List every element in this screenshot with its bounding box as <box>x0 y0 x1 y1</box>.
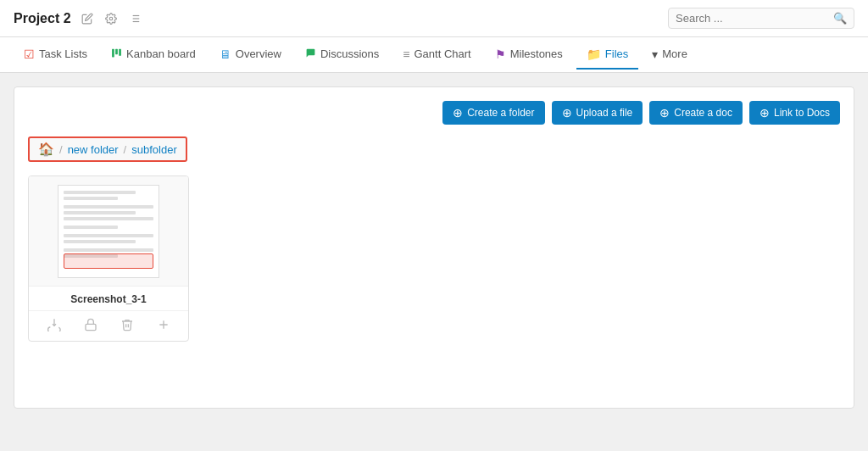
file-delete-icon[interactable] <box>117 316 137 336</box>
kanban-icon <box>111 47 122 61</box>
thumb-red-highlight <box>64 253 153 269</box>
tab-discussions[interactable]: Discussions <box>295 41 389 70</box>
link-to-docs-label: Link to Docs <box>774 107 830 119</box>
breadcrumb-sep-1: / <box>59 143 63 156</box>
project-title: Project 2 <box>14 11 71 26</box>
file-actions <box>29 310 188 341</box>
more-icon: ▾ <box>652 47 658 61</box>
link-docs-plus-icon: ⊕ <box>760 107 770 119</box>
gantt-icon: ≡ <box>403 47 409 61</box>
search-area[interactable]: 🔍 <box>668 8 854 29</box>
tab-files-label: Files <box>605 47 628 60</box>
file-grid: Screenshot_3-1 <box>28 175 840 342</box>
file-lock-icon[interactable] <box>81 316 101 336</box>
main-content: ⊕ Create a folder ⊕ Upload a file ⊕ Crea… <box>0 73 868 422</box>
tab-gantt-chart[interactable]: ≡ Gantt Chart <box>392 41 481 70</box>
thumb-line-5 <box>64 217 153 220</box>
tab-files[interactable]: 📁 Files <box>576 41 638 70</box>
search-icon: 🔍 <box>833 12 847 25</box>
top-bar-icons <box>78 9 144 28</box>
tab-kanban-label: Kanban board <box>126 47 196 60</box>
file-thumbnail-inner <box>58 185 159 278</box>
file-add-icon[interactable] <box>153 316 174 336</box>
svg-rect-7 <box>112 48 114 57</box>
file-name: Screenshot_3-1 <box>29 287 188 310</box>
tab-overview[interactable]: 🖥 Overview <box>209 41 292 70</box>
tab-milestones[interactable]: ⚑ Milestones <box>485 41 573 70</box>
create-folder-plus-icon: ⊕ <box>453 107 463 119</box>
breadcrumb-home-icon[interactable]: 🏠 <box>38 142 54 157</box>
overview-icon: 🖥 <box>220 47 231 61</box>
thumb-line-7 <box>64 234 153 237</box>
svg-rect-9 <box>119 48 121 55</box>
top-bar: Project 2 🔍 <box>0 0 868 37</box>
create-doc-plus-icon: ⊕ <box>659 107 670 119</box>
tab-milestones-label: Milestones <box>510 47 563 60</box>
thumb-line-9 <box>64 248 153 252</box>
tab-discussions-label: Discussions <box>320 47 379 60</box>
thumb-line-2 <box>64 197 118 200</box>
tab-task-lists[interactable]: ☑ Task Lists <box>14 41 97 70</box>
thumb-line-8 <box>64 240 136 243</box>
breadcrumb: 🏠 / new folder / subfolder <box>28 136 187 162</box>
thumb-line-6 <box>64 226 118 229</box>
file-thumbnail <box>29 176 188 287</box>
upload-file-plus-icon: ⊕ <box>562 107 572 119</box>
file-move-icon[interactable] <box>44 316 64 336</box>
content-card: ⊕ Create a folder ⊕ Upload a file ⊕ Crea… <box>14 86 854 409</box>
create-folder-button[interactable]: ⊕ Create a folder <box>442 101 544 125</box>
svg-rect-8 <box>115 48 118 54</box>
svg-rect-10 <box>86 324 96 330</box>
action-buttons: ⊕ Create a folder ⊕ Upload a file ⊕ Crea… <box>28 101 840 125</box>
thumb-line-3 <box>64 205 153 209</box>
thumb-line-4 <box>64 211 136 214</box>
edit-icon[interactable] <box>78 9 97 28</box>
tab-more[interactable]: ▾ More <box>642 41 698 70</box>
create-folder-label: Create a folder <box>467 107 534 119</box>
svg-point-0 <box>109 17 113 20</box>
nav-tabs: ☑ Task Lists Kanban board 🖥 Overview Dis… <box>0 37 868 73</box>
tab-more-label: More <box>662 47 687 60</box>
tab-kanban-board[interactable]: Kanban board <box>101 41 206 70</box>
files-icon: 📁 <box>587 47 601 61</box>
link-to-docs-button[interactable]: ⊕ Link to Docs <box>749 101 840 125</box>
tab-overview-label: Overview <box>236 47 281 60</box>
milestones-icon: ⚑ <box>495 47 506 61</box>
thumb-line-1 <box>64 191 136 194</box>
breadcrumb-item-new-folder[interactable]: new folder <box>68 143 119 156</box>
task-lists-icon: ☑ <box>24 47 35 61</box>
upload-file-button[interactable]: ⊕ Upload a file <box>552 101 643 125</box>
tab-task-lists-label: Task Lists <box>39 47 87 60</box>
create-doc-label: Create a doc <box>674 107 732 119</box>
breadcrumb-sep-2: / <box>124 143 127 156</box>
tab-gantt-label: Gantt Chart <box>414 47 470 60</box>
discussions-icon <box>305 47 316 61</box>
list-icon[interactable] <box>125 9 144 28</box>
breadcrumb-item-subfolder[interactable]: subfolder <box>131 143 176 156</box>
upload-file-label: Upload a file <box>576 107 633 119</box>
search-input[interactable] <box>676 12 833 25</box>
settings-icon[interactable] <box>102 9 120 28</box>
file-card: Screenshot_3-1 <box>28 175 189 342</box>
create-doc-button[interactable]: ⊕ Create a doc <box>649 101 743 125</box>
